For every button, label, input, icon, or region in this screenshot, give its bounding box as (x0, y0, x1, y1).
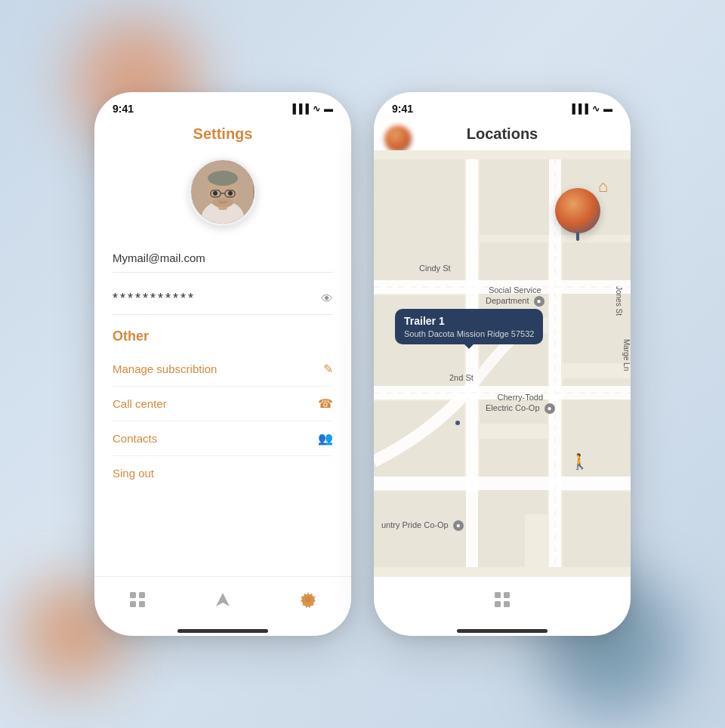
trailer-dot (455, 421, 460, 425)
svg-rect-14 (139, 601, 145, 607)
svg-marker-15 (216, 593, 230, 606)
signal-icon-loc: ▐▐▐ (569, 103, 588, 114)
settings-content: Settings (94, 119, 351, 576)
locations-tab-bar (374, 576, 631, 629)
svg-rect-13 (130, 601, 136, 607)
avatar-svg (193, 163, 253, 224)
signout-item[interactable]: Sing out (113, 456, 333, 491)
avatar-container (113, 158, 333, 226)
status-icons-settings: ▐▐▐ ∿ ▬ (289, 103, 333, 114)
status-icons-locations: ▐▐▐ ∿ ▬ (569, 103, 612, 114)
contacts-label: Contacts (113, 432, 157, 445)
signal-icon: ▐▐▐ (289, 103, 309, 114)
map-balloon-pin (555, 188, 600, 233)
trailer-address: South Dacota Mission Ridge 57532 (404, 329, 534, 338)
phones-container: 9:41 ▐▐▐ ∿ ▬ Settings (94, 92, 631, 636)
status-time-settings: 9:41 (113, 103, 134, 115)
home-marker: ⌂ (598, 177, 608, 196)
svg-point-4 (208, 171, 238, 186)
password-field-group: *********** 👁 (113, 283, 333, 315)
cherry-todd-label: Cherry-ToddElectric Co-Op ● (486, 392, 555, 414)
home-indicator-settings (177, 629, 268, 633)
social-service-icon: ● (534, 296, 545, 307)
call-center-item[interactable]: Call center ☎ (113, 387, 333, 421)
locations-phone: 9:41 ▐▐▐ ∿ ▬ Locations (374, 92, 631, 636)
svg-point-9 (228, 191, 233, 196)
tab-grid[interactable] (129, 591, 146, 608)
map-pin-tail (576, 232, 579, 241)
jones-st-label: Jones St (615, 286, 623, 316)
email-field-row: Mymail@mail.com (113, 244, 333, 273)
wifi-icon-loc: ∿ (592, 103, 600, 114)
cindy-st-label: Cindy St (419, 264, 451, 273)
svg-point-17 (306, 597, 311, 602)
tab-navigation[interactable] (214, 591, 231, 608)
eye-icon[interactable]: 👁 (321, 292, 333, 306)
svg-point-10 (212, 198, 233, 207)
edit-icon: ✎ (323, 362, 333, 376)
status-bar-settings: 9:41 ▐▐▐ ∿ ▬ (94, 92, 351, 119)
cherry-todd-icon: ● (545, 403, 555, 414)
password-field: *********** (113, 291, 196, 307)
settings-tab-bar (94, 576, 351, 629)
home-indicator-locations (457, 629, 548, 633)
social-service-label: Social ServiceDepartment ● (486, 285, 545, 307)
password-field-row: *********** 👁 (113, 283, 333, 315)
call-center-label: Call center (113, 397, 167, 410)
grid-icon (129, 591, 146, 608)
country-pride-icon: ● (453, 520, 464, 531)
status-bar-locations: 9:41 ▐▐▐ ∿ ▬ (374, 92, 631, 119)
other-section-title: Other (113, 329, 333, 344)
locations-title: Locations (467, 125, 538, 143)
contacts-icon: 👥 (318, 431, 333, 446)
trailer-title: Trailer 1 (404, 315, 534, 327)
status-time-locations: 9:41 (392, 103, 413, 115)
header-avatar-blob (384, 125, 412, 153)
person-marker: 🚶 (570, 452, 589, 470)
manage-subscription-label: Manage subscribtion (113, 362, 217, 375)
country-pride-label: untry Pride Co-Op ● (381, 520, 464, 531)
svg-rect-11 (130, 592, 136, 598)
map-area[interactable]: Cindy St 2nd St Jones St Marge Ln Social… (374, 150, 631, 576)
locations-header: Locations (374, 119, 631, 150)
svg-rect-32 (374, 477, 631, 490)
battery-icon: ▬ (324, 103, 333, 114)
svg-rect-42 (504, 601, 510, 607)
settings-title: Settings (113, 119, 333, 158)
battery-icon-loc: ▬ (603, 103, 612, 114)
wifi-icon: ∿ (313, 103, 320, 114)
svg-rect-19 (374, 159, 464, 280)
tab-grid-loc[interactable] (494, 591, 511, 608)
email-field-group: Mymail@mail.com (113, 244, 333, 273)
tab-settings[interactable] (300, 591, 316, 608)
email-field: Mymail@mail.com (113, 251, 205, 264)
2nd-st-label: 2nd St (449, 373, 474, 382)
phone-icon: ☎ (318, 396, 333, 411)
navigation-icon (214, 591, 231, 608)
settings-phone: 9:41 ▐▐▐ ∿ ▬ Settings (94, 92, 351, 636)
manage-subscription-item[interactable]: Manage subscribtion ✎ (113, 352, 333, 387)
svg-rect-12 (139, 592, 145, 598)
svg-rect-33 (466, 159, 478, 567)
grid-icon-loc (494, 591, 511, 608)
svg-rect-39 (495, 592, 501, 598)
avatar (189, 158, 257, 226)
signout-label: Sing out (113, 467, 154, 480)
contacts-item[interactable]: Contacts 👥 (113, 421, 333, 456)
marge-ln-label: Marge Ln (622, 339, 631, 371)
trailer-popup[interactable]: Trailer 1 South Dacota Mission Ridge 575… (395, 309, 543, 344)
svg-rect-41 (495, 601, 501, 607)
svg-rect-40 (504, 592, 510, 598)
svg-rect-29 (563, 492, 631, 567)
svg-point-8 (213, 191, 218, 196)
settings-gear-icon (300, 591, 316, 608)
